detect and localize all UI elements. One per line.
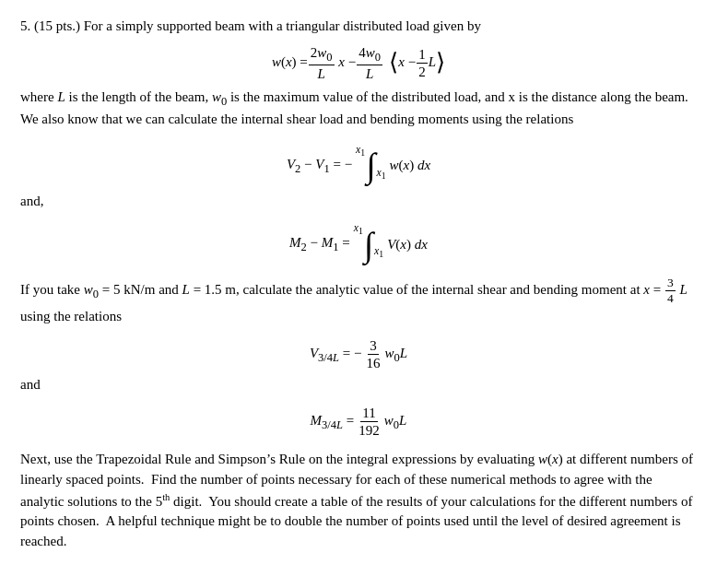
v-integrand: w(x) dx [390, 156, 431, 176]
fraction-4wo-L: 4w0 L [357, 44, 382, 82]
wx-equation: w(x) = 2w0 L x − 4w0 L ⟨ x − 1 2 L ⟩ [20, 44, 697, 82]
fraction-1-2: 1 2 [417, 46, 428, 80]
paren-open: ⟨ [383, 46, 398, 80]
problem-block: 5. (15 pts.) For a simply supported beam… [20, 17, 697, 552]
description-para1: where L is the length of the beam, w0 is… [20, 88, 697, 130]
v34L-lhs: V3/4L = − [310, 344, 362, 366]
m-lower-limit: x x1 [374, 229, 383, 261]
wx-x2: x − [398, 53, 416, 73]
fraction-3-4-inline: 3 4 [665, 276, 676, 306]
problem-header: 5. (15 pts.) For a simply supported beam… [20, 17, 697, 37]
m-integral: x1 x ∫ x x1 [354, 221, 383, 268]
m34L-equation: M3/4L = 11 192 w0L [20, 405, 697, 439]
integral-sign-v: ∫ [366, 151, 375, 181]
problem-intro: For a simply supported beam with a trian… [84, 18, 481, 33]
wx-L: L [429, 53, 436, 73]
m-integral-equation: M2 − M1 = x1 x ∫ x x1 V(x) dx [20, 221, 697, 268]
fraction-2wo-L: 2w0 L [309, 44, 335, 82]
fraction-3-16: 3 16 [364, 337, 382, 371]
m-lhs: M2 − M1 = [289, 233, 350, 255]
fraction-11-192: 11 192 [357, 405, 382, 439]
m-upper-limit: x1 x [354, 221, 363, 268]
problem-points: (15 pts.) [34, 18, 80, 33]
wx-label: w(x) = [272, 53, 308, 73]
v34L-equation: V3/4L = − 3 16 w0L [20, 337, 697, 371]
next-paragraph: Next, use the Trapezoidal Rule and Simps… [20, 450, 697, 552]
v-lower-limit: x x1 [376, 150, 385, 182]
wx-x1: x − [335, 53, 357, 73]
description-para2: If you take w0 = 5 kN/m and L = 1.5 m, c… [20, 276, 697, 326]
m34L-rhs: w0L [384, 411, 407, 433]
v34L-rhs: w0L [384, 344, 407, 366]
paren-close: ⟩ [436, 46, 445, 80]
m-integrand: V(x) dx [387, 235, 428, 255]
v-integral: x1 x ∫ x x1 [356, 143, 385, 190]
and-label-2: and [20, 375, 697, 395]
problem-number: 5. [20, 18, 30, 33]
v-lhs: V2 − V1 = − [287, 155, 352, 177]
and-label-1: and, [20, 192, 697, 212]
v-integral-equation: V2 − V1 = − x1 x ∫ x x1 w(x) dx [20, 143, 697, 190]
v-upper-limit: x1 x [356, 143, 365, 190]
integral-sign-m: ∫ [364, 230, 373, 260]
m34L-lhs: M3/4L = [311, 411, 355, 433]
